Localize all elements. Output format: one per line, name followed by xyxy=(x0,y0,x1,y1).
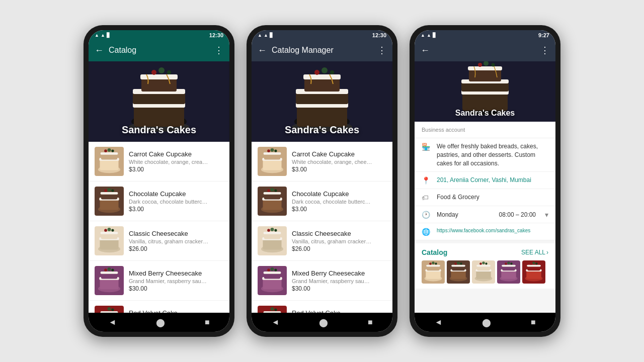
nav-home-1[interactable]: ⬤ xyxy=(156,318,165,327)
catalog-thumb[interactable] xyxy=(497,260,520,284)
nav-recent-3[interactable]: ■ xyxy=(531,318,536,327)
battery-icon-2: ▊ xyxy=(270,33,273,38)
product-info: Classic Cheesecake Vanilla, citrus, grah… xyxy=(292,230,386,252)
product-info: Carrot Cake Cupcake White chocolate, ora… xyxy=(292,150,386,173)
store-icon: 🏪 xyxy=(422,143,431,151)
svg-point-29 xyxy=(111,190,114,192)
chevron-down-icon[interactable]: ▾ xyxy=(545,211,548,219)
list-item[interactable]: Chocolate Cupcake Dark cocoa, chocolate … xyxy=(89,182,229,221)
location-icon: 📍 xyxy=(422,176,431,185)
product-desc: Grand Marnier, raspberry sauce... xyxy=(129,278,209,284)
svg-rect-65 xyxy=(303,74,341,79)
more-button-1[interactable]: ⋮ xyxy=(214,45,223,56)
svg-point-19 xyxy=(108,148,111,152)
product-desc: White chocolate, orange, cream cheese... xyxy=(129,159,209,165)
business-website[interactable]: https://www.facebook.com/sandras_cakes xyxy=(437,227,548,234)
catalog-thumb[interactable] xyxy=(472,260,495,284)
product-desc: Dark cocoa, chocolate buttercream... xyxy=(129,199,209,205)
product-price: $3.00 xyxy=(129,206,223,213)
status-icons-2: ▲ ▲ ▊ xyxy=(258,33,273,38)
hours-row[interactable]: 🕐 Monday 08:00 – 20:00 ▾ xyxy=(415,206,555,223)
product-name: Classic Cheesecake xyxy=(292,230,386,237)
nav-back-2[interactable]: ◄ xyxy=(271,318,279,327)
product-price: $26.00 xyxy=(129,245,223,252)
app-bar-2: ← Catalog Manager ⋮ xyxy=(252,39,392,61)
product-price: $30.00 xyxy=(292,285,386,292)
time-1: 12:30 xyxy=(209,32,223,38)
tag-icon: 🏷 xyxy=(422,194,431,202)
product-thumbnail xyxy=(95,147,124,176)
address-row[interactable]: 📍 201, Areniia Corner, Vashi, Mumbai xyxy=(415,172,555,189)
product-desc: Vanilla, citrus, graham cracker crust... xyxy=(129,238,209,244)
product-thumbnail xyxy=(95,306,124,313)
svg-point-9 xyxy=(151,70,156,75)
nav-back-3[interactable]: ◄ xyxy=(434,318,442,327)
product-info: Chocolate Cupcake Dark cocoa, chocolate … xyxy=(129,190,223,213)
status-bar-1: ▲ ▲ ▊ 12:30 xyxy=(89,30,229,39)
business-category: Food & Grocery xyxy=(437,193,548,202)
list-item[interactable]: Red Velvet Cake Buttermilk, cocoa, cream… xyxy=(89,301,229,313)
catalog-thumb[interactable] xyxy=(447,260,470,284)
website-row[interactable]: 🌐 https://www.facebook.com/sandras_cakes xyxy=(415,223,555,240)
svg-rect-8 xyxy=(140,74,178,79)
list-item[interactable]: Chocolate Cupcake Dark cocoa, chocolate … xyxy=(252,182,392,221)
catalog-thumb[interactable] xyxy=(422,260,445,284)
list-item[interactable]: Classic Cheesecake Vanilla, citrus, grah… xyxy=(89,221,229,261)
product-thumbnail xyxy=(258,266,287,295)
nav-home-3[interactable]: ⬤ xyxy=(482,318,491,327)
nav-back-1[interactable]: ◄ xyxy=(108,318,116,327)
svg-point-56 xyxy=(111,309,114,311)
nav-recent-2[interactable]: ■ xyxy=(368,318,373,327)
svg-point-141 xyxy=(457,262,460,265)
svg-point-75 xyxy=(267,149,270,152)
product-name: Mixed Berry Cheesecake xyxy=(292,269,386,277)
svg-point-104 xyxy=(274,269,277,272)
svg-rect-74 xyxy=(264,152,281,155)
back-button-3[interactable]: ← xyxy=(421,45,430,56)
product-list-2[interactable]: Carrot Cake Cupcake White chocolate, ora… xyxy=(252,142,392,313)
product-info: Classic Cheesecake Vanilla, citrus, grah… xyxy=(129,230,223,252)
phone-2: ▲ ▲ ▊ 12:30 ← Catalog Manager ⋮ xyxy=(247,25,397,337)
business-info-section[interactable]: Business account 🏪 We offer freshly bake… xyxy=(415,122,555,313)
svg-point-37 xyxy=(108,228,111,231)
product-name: Red Velvet Cake xyxy=(129,309,223,313)
svg-point-103 xyxy=(271,267,274,271)
nav-home-2[interactable]: ⬤ xyxy=(319,318,328,327)
hero-title-3: Sandra's Cakes xyxy=(415,109,555,118)
svg-point-131 xyxy=(429,263,432,265)
phone-3: ▲ ▲ ▊ 9:27 ← ⋮ xyxy=(410,25,560,337)
description-row: 🏪 We offer freshly baked breads, cakes, … xyxy=(415,138,555,172)
svg-point-28 xyxy=(108,188,111,192)
more-button-3[interactable]: ⋮ xyxy=(540,45,549,56)
hero-3: Sandra's Cakes xyxy=(415,61,555,122)
back-button-2[interactable]: ← xyxy=(258,45,267,56)
phones-container: ▲ ▲ ▊ 12:30 ← Catalog ⋮ xyxy=(0,0,644,362)
nav-recent-1[interactable]: ■ xyxy=(205,318,210,327)
list-item[interactable]: Carrot Cake Cupcake White chocolate, ora… xyxy=(89,142,229,182)
svg-rect-92 xyxy=(264,232,281,234)
business-address[interactable]: 201, Areniia Corner, Vashi, Mumbai xyxy=(437,176,548,185)
product-list-1[interactable]: Carrot Cake Cupcake White chocolate, ora… xyxy=(89,142,229,313)
list-item[interactable]: Mixed Berry Cheesecake Grand Marnier, ra… xyxy=(89,261,229,301)
product-thumbnail xyxy=(258,187,287,216)
hero-1: Sandra's Cakes xyxy=(89,61,229,142)
back-button-1[interactable]: ← xyxy=(95,45,104,56)
product-price: $26.00 xyxy=(292,245,386,252)
product-info: Mixed Berry Cheesecake Grand Marnier, ra… xyxy=(292,269,386,292)
status-bar-3: ▲ ▲ ▊ 9:27 xyxy=(415,30,555,39)
svg-point-124 xyxy=(492,63,495,67)
time-3: 9:27 xyxy=(538,32,549,38)
product-thumbnail xyxy=(258,147,287,176)
more-button-2[interactable]: ⋮ xyxy=(377,45,386,56)
list-item[interactable]: Red Velvet Cake Buttermilk, cocoa, cream… xyxy=(252,301,392,313)
clock-icon: 🕐 xyxy=(422,211,431,219)
product-desc: Dark cocoa, chocolate buttercream... xyxy=(292,199,372,205)
list-item[interactable]: Mixed Berry Cheesecake Grand Marnier, ra… xyxy=(252,261,392,301)
product-price: $3.00 xyxy=(129,166,223,173)
list-item[interactable]: Classic Cheesecake Vanilla, citrus, grah… xyxy=(252,221,392,261)
svg-point-158 xyxy=(505,263,507,265)
list-item[interactable]: Carrot Cake Cupcake White chocolate, ora… xyxy=(252,142,392,182)
catalog-thumb[interactable] xyxy=(522,260,545,284)
see-all-button[interactable]: SEE ALL › xyxy=(521,249,548,256)
phone-1: ▲ ▲ ▊ 12:30 ← Catalog ⋮ xyxy=(84,25,234,337)
